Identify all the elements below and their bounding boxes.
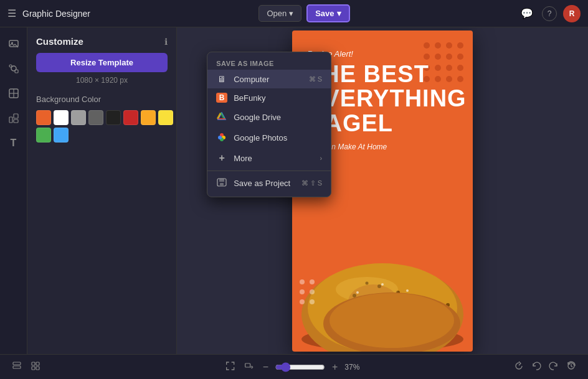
sidebar-item-photos[interactable]: [4, 34, 24, 54]
sidebar-item-layout[interactable]: [4, 83, 24, 103]
auto-save-icon[interactable]: [512, 359, 526, 375]
topbar: ☰ Graphic Designer Open ▾ Save ▾ Save as…: [0, 0, 588, 27]
color-swatch-dark-gray[interactable]: [88, 110, 103, 125]
svg-point-23: [435, 42, 441, 49]
info-icon[interactable]: ℹ: [164, 37, 168, 47]
sidebar-item-text[interactable]: T: [4, 133, 24, 153]
svg-point-14: [9, 65, 12, 67]
svg-rect-71: [245, 363, 250, 367]
svg-rect-10: [220, 183, 224, 185]
bottom-left: [10, 359, 42, 375]
svg-point-33: [457, 65, 463, 71]
svg-point-59: [300, 279, 305, 284]
background-color-label: Background Color: [36, 95, 168, 104]
dropdown-item-computer[interactable]: 🖥 Computer ⌘ S: [207, 70, 331, 88]
color-swatch-green[interactable]: [36, 128, 51, 143]
save-label: Save: [315, 9, 334, 18]
svg-rect-19: [9, 117, 12, 123]
open-button[interactable]: Open ▾: [258, 5, 301, 22]
chat-icon[interactable]: 💬: [518, 5, 536, 22]
grid-icon[interactable]: [29, 359, 42, 375]
avatar[interactable]: R: [563, 5, 581, 22]
dropdown-item-google-drive[interactable]: Google Drive: [207, 107, 331, 128]
svg-rect-3: [218, 118, 225, 119]
more-label: More: [234, 154, 252, 163]
google-drive-label: Google Drive: [234, 113, 281, 122]
svg-point-64: [310, 299, 315, 304]
google-drive-icon: [216, 111, 227, 123]
color-swatch-blue[interactable]: [54, 128, 69, 143]
svg-rect-65: [13, 362, 21, 365]
zoom-percentage: 37%: [344, 363, 364, 372]
svg-point-60: [310, 279, 315, 284]
dropdown-item-more[interactable]: + More ›: [207, 148, 331, 168]
app-title: Graphic Designer: [22, 9, 90, 19]
help-icon[interactable]: ?: [542, 6, 557, 21]
color-swatch-orange[interactable]: [36, 110, 51, 125]
sidebar-item-shapes[interactable]: [4, 108, 24, 128]
svg-point-7: [218, 136, 222, 139]
svg-point-52: [356, 291, 359, 294]
dots-bottom-left: [297, 277, 320, 314]
bottom-center: − + 37%: [224, 359, 365, 375]
svg-rect-68: [36, 362, 39, 365]
svg-point-29: [457, 54, 463, 60]
icon-sidebar: T: [0, 27, 27, 354]
svg-point-25: [457, 42, 463, 49]
computer-shortcut: ⌘ S: [309, 75, 322, 83]
svg-point-54: [406, 289, 409, 292]
befunky-icon: B: [216, 93, 227, 103]
menu-icon[interactable]: ☰: [7, 7, 16, 19]
zoom-slider[interactable]: [275, 362, 325, 372]
fit-screen-icon[interactable]: [224, 359, 237, 375]
svg-rect-70: [36, 367, 39, 370]
color-swatch-black[interactable]: [106, 110, 121, 125]
resize-icon[interactable]: [242, 359, 256, 375]
svg-rect-69: [32, 367, 35, 370]
color-swatch-gray[interactable]: [71, 110, 86, 125]
redo-icon[interactable]: [547, 359, 561, 375]
bottom-bar: − + 37%: [0, 354, 588, 379]
color-swatch-yellow[interactable]: [141, 110, 156, 125]
more-icon: +: [216, 152, 227, 164]
customize-title: Customize: [36, 36, 83, 47]
save-chevron-icon: ▾: [337, 9, 341, 18]
svg-point-58: [330, 293, 454, 348]
dropdown-item-befunky[interactable]: B BeFunky: [207, 88, 331, 107]
google-photos-label: Google Photos: [234, 133, 287, 143]
zoom-in-icon[interactable]: +: [330, 360, 339, 375]
sidebar-item-elements[interactable]: [4, 58, 24, 78]
color-swatch-white[interactable]: [54, 110, 69, 125]
svg-rect-20: [14, 114, 18, 118]
save-container: Save ▾ Save as Image 🖥 Computer ⌘ S: [306, 4, 349, 22]
dropdown-item-save-project[interactable]: Save as Project ⌘ ⇧ S: [207, 174, 331, 193]
color-swatch-red[interactable]: [123, 110, 138, 125]
topbar-left: ☰ Graphic Designer: [7, 7, 90, 19]
svg-rect-67: [32, 362, 35, 365]
svg-rect-21: [14, 119, 18, 123]
open-label: Open: [267, 9, 287, 18]
computer-icon: 🖥: [216, 74, 227, 84]
left-panel: Customize ℹ Resize Template 1080 × 1920 …: [27, 27, 177, 354]
layers-icon[interactable]: [10, 359, 24, 375]
undo-icon[interactable]: [529, 359, 543, 375]
dropdown-item-google-photos[interactable]: Google Photos: [207, 128, 331, 148]
svg-point-62: [310, 289, 315, 294]
zoom-out-icon[interactable]: −: [261, 360, 270, 375]
color-swatch-bright-yellow[interactable]: [158, 110, 173, 125]
topbar-center: Open ▾ Save ▾ Save as Image 🖥 Computer: [258, 4, 349, 22]
save-dropdown-menu: Save as Image 🖥 Computer ⌘ S B BeFunk: [207, 52, 331, 197]
resize-template-button[interactable]: Resize Template: [36, 53, 168, 72]
history-icon[interactable]: [564, 359, 578, 375]
computer-label: Computer: [234, 75, 269, 84]
topbar-right: 💬 ? R: [518, 5, 581, 22]
bagel-visual: [292, 215, 473, 352]
bottom-right: [512, 359, 578, 375]
save-project-icon: [216, 178, 227, 189]
save-button[interactable]: Save ▾: [306, 4, 349, 22]
save-project-label: Save as Project: [234, 179, 290, 188]
svg-point-53: [381, 283, 384, 286]
color-grid: [36, 110, 168, 143]
svg-point-63: [300, 299, 305, 304]
size-label: 1080 × 1920 px: [36, 76, 168, 85]
